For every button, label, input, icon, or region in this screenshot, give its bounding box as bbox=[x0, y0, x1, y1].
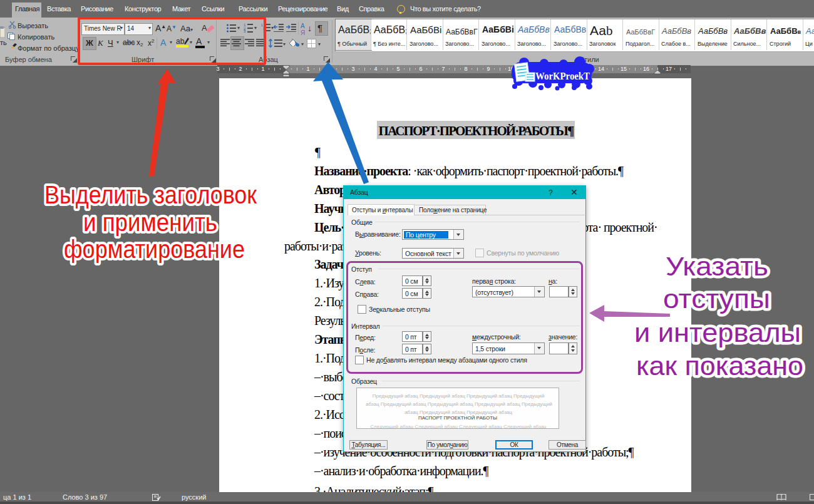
svg-text:и интервалы: и интервалы bbox=[634, 318, 801, 347]
svg-text:как показано: как показано bbox=[636, 351, 803, 381]
svg-text:Выделить заголовок: Выделить заголовок bbox=[44, 181, 257, 208]
svg-text:форматирование: форматирование bbox=[64, 235, 245, 263]
svg-text:WorKProekT: WorKProekT bbox=[535, 70, 590, 82]
svg-text:отступы: отступы bbox=[663, 284, 770, 314]
svg-text:Указать: Указать bbox=[666, 252, 768, 281]
svg-text:и применить: и применить bbox=[83, 208, 217, 236]
